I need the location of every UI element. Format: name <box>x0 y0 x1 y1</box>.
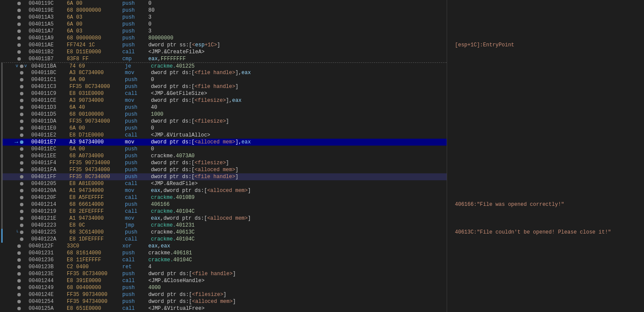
table-row[interactable]: 004011C9E8 031E0000call<JMP.&GetFileSize… <box>1 90 447 97</box>
table-row[interactable]: 004011A76A 03push3 <box>0 28 447 35</box>
table-row[interactable]: 004011FFFF35 8C734000pushdword ptr ds:[<… <box>1 173 447 180</box>
table-row[interactable]: 0040120AA1 94734000moveax,dword ptr ds:[… <box>1 187 447 194</box>
breakpoint-bullet[interactable] <box>20 175 23 179</box>
table-row[interactable]: 004011D36A 40push40 <box>1 104 447 111</box>
table-row[interactable]: 0040121468 66614000push406166 <box>1 201 447 208</box>
table-row[interactable]: 0040123EFF35 8C734000pushdword ptr ds:[<… <box>0 270 447 277</box>
instruction-operand: 4 <box>148 264 447 270</box>
table-row[interactable]: 00401244E8 391E0000call<JMP.&CloseHandle… <box>0 277 447 284</box>
breakpoint-bullet[interactable] <box>17 272 21 276</box>
table-row[interactable]: 0040122AE8 1DFEFFFFcallcrackme.40104C <box>1 236 447 243</box>
disassembly-view[interactable]: 0040119C6A 00push0 0040119E68 80000000pu… <box>0 0 644 312</box>
breakpoint-bullet[interactable] <box>20 224 23 227</box>
instruction-bytes: 6A 00 <box>66 0 122 6</box>
breakpoint-bullet[interactable] <box>20 237 23 241</box>
table-row[interactable]: 0040124968 00400000push4000 <box>0 284 447 291</box>
instruction-mnemonic: push <box>125 118 151 124</box>
breakpoint-bullet[interactable] <box>17 29 21 33</box>
table-row[interactable]: 004011DAFF35 90734000pushdword ptr ds:[<… <box>1 118 447 125</box>
arrow-area: v <box>3 63 24 69</box>
breakpoint-bullet[interactable] <box>20 71 23 75</box>
table-row[interactable]: 0040125AE8 651E0000call<JMP.&VirtualFree… <box>0 305 447 312</box>
table-row[interactable]: 004011E06A 00push0 <box>1 125 447 132</box>
table-row[interactable]: 004011A56A 00push0 <box>0 21 447 28</box>
table-row[interactable]: 00401236E8 11FEFFFFcallcrackme.40104C <box>0 257 447 263</box>
table-row[interactable]: 004011C3FF35 8C734000pushdword ptr ds:[<… <box>1 83 447 90</box>
breakpoint-bullet[interactable] <box>17 57 21 61</box>
breakpoint-bullet[interactable] <box>20 92 23 95</box>
breakpoint-bullet[interactable] <box>17 279 21 283</box>
breakpoint-bullet[interactable] <box>20 189 23 192</box>
instruction-address: 0040124E <box>27 292 66 298</box>
table-row[interactable]: 004011B2E8 D11E0000call<JMP.&CreateFileA… <box>0 49 447 55</box>
breakpoint-bullet[interactable] <box>17 16 21 19</box>
table-row[interactable]: 0040122F33C0xoreax,eax <box>0 243 447 250</box>
table-row[interactable]: 0040121EA1 94734000moveax,dword ptr ds:[… <box>1 215 447 222</box>
table-row[interactable]: 004011E2E8 D71E0000call<JMP.&VirtualAllo… <box>1 132 447 139</box>
table-row[interactable]: 004011A36A 03push3 <box>0 14 447 21</box>
table-row[interactable]: 004011D568 00100000push1000 <box>1 111 447 118</box>
breakpoint-bullet[interactable] <box>20 182 23 185</box>
breakpoint-bullet[interactable] <box>20 140 23 144</box>
breakpoint-bullet[interactable] <box>17 244 21 248</box>
table-row[interactable]: → 004011E7A3 94734000movdword ptr ds:[<a… <box>1 139 447 146</box>
table-row[interactable]: 004011CEA3 90734000movdword ptr ds:[<fil… <box>1 97 447 104</box>
table-row[interactable]: 0040120FE8 A5FEFFFFcallcrackme.4010B9 <box>1 194 447 201</box>
breakpoint-bullet[interactable] <box>20 85 23 88</box>
table-row[interactable]: 004011A968 00000080push80000000 <box>0 35 447 42</box>
breakpoint-bullet[interactable] <box>20 217 23 220</box>
table-row[interactable]: 00401254FF35 94734000pushdword ptr ds:[<… <box>0 298 447 305</box>
breakpoint-bullet[interactable] <box>20 161 23 165</box>
breakpoint-bullet[interactable] <box>20 127 23 130</box>
breakpoint-bullet[interactable] <box>20 203 23 206</box>
table-row[interactable]: 004011EE68 A0734000pushcrackme.4073A0 <box>1 153 447 159</box>
breakpoint-bullet[interactable] <box>20 147 23 151</box>
breakpoint-bullet[interactable] <box>17 293 21 296</box>
breakpoint-bullet[interactable] <box>20 154 23 158</box>
table-row[interactable]: 0040123168 81614000pushcrackme.406181 <box>0 250 447 257</box>
breakpoint-bullet[interactable] <box>17 265 21 269</box>
breakpoint-bullet[interactable] <box>17 50 21 54</box>
table-row[interactable]: 0040123BC2 0400ret4 <box>0 263 447 270</box>
table-row[interactable]: 004011C16A 00push0 <box>1 76 447 83</box>
breakpoint-bullet[interactable] <box>20 78 23 81</box>
breakpoint-bullet[interactable] <box>20 231 23 234</box>
breakpoint-bullet[interactable] <box>20 210 23 213</box>
table-row[interactable]: 00401205E8 A81E0000call<JMP.&ReadFile> <box>1 180 447 187</box>
breakpoint-bullet[interactable] <box>20 196 23 199</box>
breakpoint-bullet[interactable] <box>17 258 21 262</box>
table-row[interactable]: 0040124EFF35 90734000pushdword ptr ds:[<… <box>0 291 447 298</box>
breakpoint-bullet[interactable] <box>20 168 23 172</box>
table-row[interactable]: 004011AEFF7424 1Cpushdword ptr ss:[<esp+… <box>0 42 447 49</box>
breakpoint-bullet[interactable] <box>20 99 23 102</box>
breakpoint-bullet[interactable] <box>20 65 23 68</box>
instruction-mnemonic: push <box>125 77 151 83</box>
comment-row <box>451 35 644 42</box>
instruction-address: 00401219 <box>29 208 69 214</box>
table-row[interactable]: 0040119E68 80000000push80 <box>0 7 447 14</box>
table-row[interactable]: 004011BCA3 8C734000movdword ptr ds:[<fil… <box>1 69 447 76</box>
breakpoint-bullet[interactable] <box>17 36 21 40</box>
table-row[interactable]: 004011B783F8 FFcmpeax,FFFFFFFF <box>0 55 447 62</box>
breakpoint-bullet[interactable] <box>17 286 21 289</box>
instruction-bytes: C2 0400 <box>66 264 122 270</box>
breakpoint-bullet[interactable] <box>17 43 21 47</box>
table-row[interactable]: 004011F4FF35 90734000pushdword ptr ds:[<… <box>1 159 447 166</box>
table-row[interactable]: └ 0040122568 3C614000pushcrackme.40613C <box>1 229 447 236</box>
breakpoint-bullet[interactable] <box>20 133 23 137</box>
breakpoint-bullet[interactable] <box>20 113 23 116</box>
table-row[interactable]: vv 004011BA74 69jecrackme.401225 <box>1 62 447 69</box>
table-row[interactable]: 00401223E8 0Cjmpcrackme.401231 <box>1 222 447 229</box>
breakpoint-bullet[interactable] <box>17 251 21 255</box>
table-row[interactable]: 00401219E8 2EFEFFFFcallcrackme.40104C <box>1 208 447 215</box>
breakpoint-bullet[interactable] <box>17 2 21 5</box>
breakpoint-bullet[interactable] <box>17 300 21 303</box>
breakpoint-bullet[interactable] <box>20 120 23 123</box>
table-row[interactable]: 004011EC6A 00push0 <box>1 146 447 153</box>
breakpoint-bullet[interactable] <box>17 307 21 310</box>
breakpoint-bullet[interactable] <box>17 23 21 26</box>
breakpoint-bullet[interactable] <box>17 9 21 12</box>
table-row[interactable]: 0040119C6A 00push0 <box>0 0 447 7</box>
table-row[interactable]: 004011FAFF35 94734000pushdword ptr ds:[<… <box>1 166 447 173</box>
breakpoint-bullet[interactable] <box>20 106 23 109</box>
